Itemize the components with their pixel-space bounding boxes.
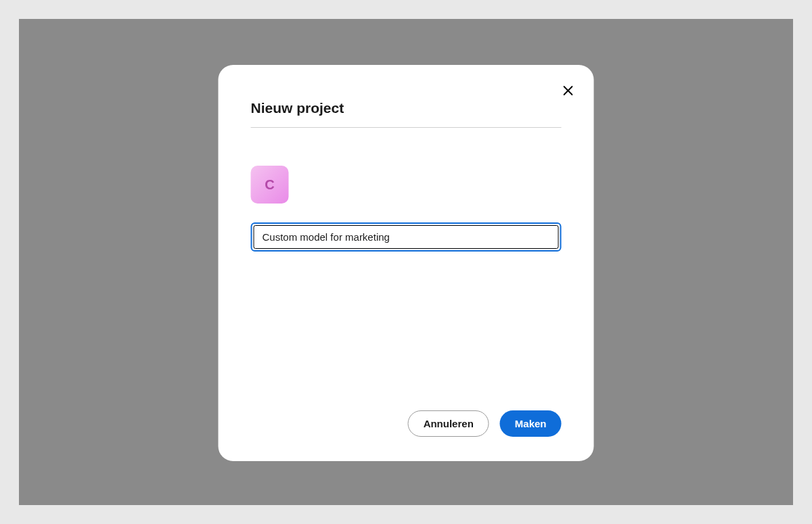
project-name-input[interactable] <box>254 225 559 249</box>
divider <box>251 127 562 128</box>
modal-title: Nieuw project <box>251 100 562 116</box>
project-icon: C <box>251 166 289 204</box>
create-button[interactable]: Maken <box>500 410 562 437</box>
close-icon <box>564 84 573 97</box>
cancel-button[interactable]: Annuleren <box>408 410 489 437</box>
close-button[interactable] <box>562 84 575 97</box>
modal-footer: Annuleren Maken <box>251 410 562 437</box>
modal-backdrop: Nieuw project C Annuleren Maken <box>19 19 793 505</box>
project-icon-letter: C <box>265 177 274 193</box>
project-name-input-wrapper <box>251 222 562 252</box>
new-project-modal: Nieuw project C Annuleren Maken <box>219 65 594 461</box>
